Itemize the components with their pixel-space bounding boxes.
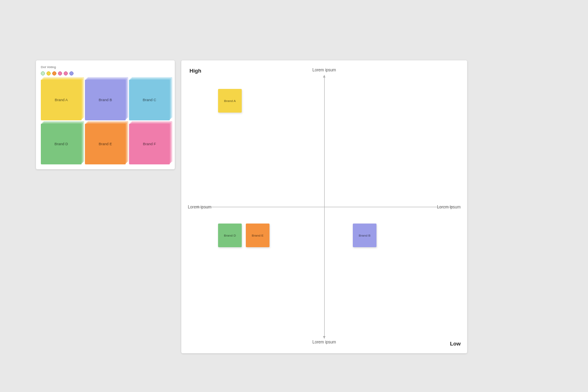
matrix-note-brand-a[interactable]: Brand A — [218, 89, 242, 113]
sticky-note-brand-f[interactable]: Brand F — [129, 124, 170, 164]
label-lorem-bottom: Lorem ipsum — [312, 340, 336, 344]
dot-voting-title: Dot Voting — [41, 65, 170, 69]
sticky-note-brand-e[interactable]: Brand E — [85, 124, 126, 164]
label-high: High — [189, 68, 201, 74]
matrix-label-brand-b: Brand B — [359, 234, 371, 237]
sticky-note-brand-c[interactable]: Brand C — [129, 80, 170, 120]
sticky-note-brand-a[interactable]: Brand A — [41, 80, 82, 120]
matrix-label-brand-d: Brand D — [224, 234, 236, 237]
sticky-label-brand-c: Brand C — [129, 80, 170, 120]
dot-voting-panel: Dot Voting Brand A Brand B Brand C Brand… — [36, 60, 175, 169]
matrix-label-brand-a: Brand A — [224, 99, 236, 103]
label-low: Low — [450, 341, 461, 347]
matrix-container: High Low Lorem ipsum Lorem ipsum Lorem i… — [181, 60, 467, 353]
matrix-note-brand-b[interactable]: Brand B — [353, 224, 376, 247]
label-lorem-top: Lorem ipsum — [312, 68, 336, 72]
dot-3[interactable] — [52, 71, 56, 75]
sticky-label-brand-f: Brand F — [129, 124, 170, 164]
dot-4[interactable] — [58, 71, 62, 75]
sticky-label-brand-a: Brand A — [41, 80, 82, 120]
matrix-note-brand-e[interactable]: Brand E — [246, 224, 270, 247]
matrix-label-brand-e: Brand E — [252, 234, 264, 237]
sticky-note-brand-d[interactable]: Brand D — [41, 124, 82, 164]
matrix-note-brand-d[interactable]: Brand D — [218, 224, 242, 247]
dot-5[interactable] — [64, 71, 68, 75]
sticky-note-grid: Brand A Brand B Brand C Brand D Brand E … — [41, 80, 170, 164]
sticky-label-brand-e: Brand E — [85, 124, 126, 164]
dot-6[interactable] — [69, 71, 74, 75]
sticky-label-brand-d: Brand D — [41, 124, 82, 164]
dot-1[interactable] — [41, 71, 45, 75]
axis-horizontal — [196, 207, 452, 207]
dot-2[interactable] — [47, 71, 51, 75]
sticky-note-brand-b[interactable]: Brand B — [85, 80, 126, 120]
dot-voting-dots — [41, 71, 170, 75]
sticky-label-brand-b: Brand B — [85, 80, 126, 120]
matrix-panel: High Low Lorem ipsum Lorem ipsum Lorem i… — [181, 60, 467, 353]
